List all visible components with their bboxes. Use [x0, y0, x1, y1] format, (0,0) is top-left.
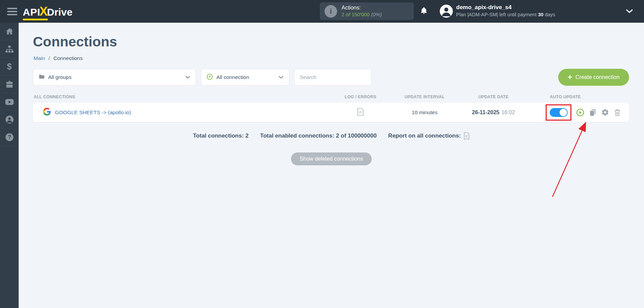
sidebar-nav: $ ? — [0, 23, 19, 308]
notifications-bell-icon[interactable] — [419, 6, 428, 17]
user-plan-info: Plan |ADM-AP-SM| left until payment 30 d… — [456, 12, 555, 18]
table-header-row: ALL CONNECTIONS LOG / ERRORS UPDATE INTE… — [33, 95, 629, 99]
actions-counter[interactable]: i Actions: 2 of 150'000 (0%) — [320, 2, 414, 20]
col-header-auto-update: AUTO UPDATE — [525, 95, 629, 99]
run-connection-icon[interactable] — [576, 108, 584, 117]
hamburger-menu-icon[interactable] — [7, 8, 17, 15]
sidebar-item-help[interactable]: ? — [0, 128, 19, 146]
chevron-down-icon — [278, 74, 284, 80]
play-circle-icon — [207, 74, 213, 81]
breadcrumb-current: Connections — [54, 55, 83, 61]
col-header-all-connections: ALL CONNECTIONS — [33, 95, 333, 99]
plus-icon: + — [568, 74, 572, 81]
sidebar-item-connections[interactable] — [0, 40, 19, 58]
col-header-update-interval: UPDATE INTERVAL — [388, 95, 462, 99]
sidebar-item-account[interactable] — [0, 111, 19, 128]
app-root: APIXDrive i Actions: 2 of 150'000 (0%) — [0, 0, 644, 308]
search-input[interactable] — [294, 69, 372, 86]
actions-label: Actions: — [341, 4, 382, 11]
dollar-icon: $ — [7, 62, 12, 71]
sidebar-item-billing[interactable]: $ — [0, 58, 19, 76]
logo-text-api: API — [23, 6, 40, 18]
connection-row: GOOGLE SHEETS -> (apollo.io) 10 minutes … — [33, 103, 629, 122]
svg-text:?: ? — [8, 134, 11, 140]
update-time-value: 16:02 — [501, 109, 515, 115]
folder-icon — [39, 74, 45, 81]
sitemap-icon — [5, 45, 14, 54]
summary-row: Total connections: 2 Total enabled conne… — [19, 132, 644, 140]
breadcrumb-separator: / — [48, 55, 50, 61]
help-icon: ? — [5, 132, 14, 142]
main-content: Connections Main / Connections All group… — [19, 23, 644, 308]
chevron-down-icon — [185, 74, 190, 80]
create-connection-button[interactable]: + Create connection — [558, 69, 629, 86]
logo-text-drive: Drive — [47, 6, 73, 18]
red-highlight-box — [546, 104, 571, 121]
copy-connection-icon[interactable] — [589, 108, 597, 117]
user-name: demo_apix-drive_s4 — [456, 4, 555, 12]
show-deleted-connections-button[interactable]: Show deleted connections — [291, 152, 372, 165]
annotation-arrow — [19, 23, 644, 308]
total-connections-text: Total connections: 2 — [193, 132, 249, 139]
google-sheets-icon — [43, 108, 51, 117]
connection-name-link[interactable]: GOOGLE SHEETS -> (apollo.io) — [55, 109, 131, 116]
sidebar-item-services[interactable] — [0, 76, 19, 93]
toggle-knob — [560, 109, 567, 116]
breadcrumb: Main / Connections — [34, 55, 644, 61]
user-menu[interactable]: demo_apix-drive_s4 Plan |ADM-AP-SM| left… — [456, 4, 555, 18]
page-title: Connections — [33, 34, 644, 50]
logo-text-x: X — [40, 4, 48, 19]
filters-row: All groups All connection + Create conne… — [33, 69, 629, 86]
sidebar-item-video[interactable] — [0, 93, 19, 111]
video-icon — [5, 98, 14, 106]
update-interval-value: 10 minutes — [412, 109, 437, 115]
breadcrumb-main-link[interactable]: Main — [34, 55, 45, 61]
sidebar-item-home[interactable] — [0, 23, 19, 40]
col-header-update-date: UPDATE DATE — [462, 95, 525, 99]
apixdrive-logo[interactable]: APIXDrive — [23, 4, 73, 19]
report-file-icon[interactable] — [464, 132, 470, 140]
info-icon: i — [325, 5, 337, 18]
col-header-log-errors: LOG / ERRORS — [333, 95, 388, 99]
person-icon — [5, 115, 14, 124]
groups-filter-dropdown[interactable]: All groups — [33, 69, 196, 86]
delete-trash-icon[interactable] — [614, 108, 621, 117]
report-all-connections: Report on all connections: — [388, 132, 470, 140]
user-menu-chevron-down-icon[interactable] — [626, 9, 633, 15]
actions-usage: 2 of 150'000 (0%) — [341, 11, 382, 18]
enabled-connections-text: Total enabled connections: 2 of 10000000… — [260, 132, 377, 139]
connection-filter-dropdown[interactable]: All connection — [201, 69, 289, 86]
top-bar: APIXDrive i Actions: 2 of 150'000 (0%) — [0, 0, 644, 23]
home-icon — [5, 27, 14, 36]
briefcase-icon — [5, 80, 14, 89]
log-file-icon[interactable] — [357, 108, 364, 116]
user-avatar[interactable] — [439, 4, 453, 20]
auto-update-toggle[interactable] — [550, 108, 568, 117]
settings-gear-icon[interactable] — [601, 108, 609, 116]
update-date-value: 26-11-2025 — [472, 109, 499, 115]
